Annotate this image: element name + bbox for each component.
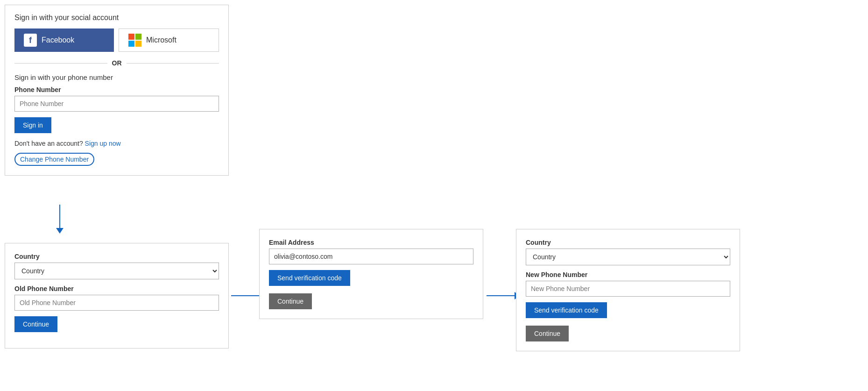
phone-number-input[interactable] <box>14 96 219 112</box>
divider-right <box>127 63 219 64</box>
no-account-text: Don't have an account? <box>14 140 83 147</box>
arrow-right-2 <box>487 292 520 299</box>
email-label: Email Address <box>269 239 473 246</box>
sign-up-link[interactable]: Sign up now <box>85 140 121 147</box>
panel4-country-label: Country <box>526 239 730 246</box>
new-phone-label: New Phone Number <box>526 271 730 278</box>
facebook-icon: f <box>24 34 37 47</box>
divider-left <box>14 63 107 64</box>
or-divider: OR <box>14 59 219 67</box>
arrow-line-h1 <box>231 295 259 296</box>
arrow-line-h2 <box>487 295 515 296</box>
microsoft-icon <box>128 34 141 47</box>
old-phone-label: Old Phone Number <box>14 285 219 292</box>
email-input[interactable] <box>269 249 473 264</box>
facebook-button[interactable]: f Facebook <box>14 28 114 52</box>
sign-in-button[interactable]: Sign in <box>14 117 51 133</box>
or-text: OR <box>112 59 122 67</box>
sign-in-title: Sign in with your social account <box>14 14 219 22</box>
panel2-continue-button[interactable]: Continue <box>14 316 57 332</box>
panel-email: Email Address Send verification code Con… <box>259 229 483 319</box>
microsoft-button[interactable]: Microsoft <box>119 28 219 52</box>
phone-sign-in-title: Sign in with your phone number <box>14 73 219 81</box>
arrow-down <box>56 205 64 234</box>
social-buttons: f Facebook Microsoft <box>14 28 219 52</box>
panel-new-phone: Country Country New Phone Number Send ve… <box>516 229 740 351</box>
country-select[interactable]: Country <box>14 263 219 279</box>
panel3-continue-button[interactable]: Continue <box>269 293 312 309</box>
bottom-links: Don't have an account? Sign up now <box>14 140 219 147</box>
phone-number-label: Phone Number <box>14 86 219 93</box>
old-phone-input[interactable] <box>14 295 219 311</box>
panel4-country-select[interactable]: Country <box>526 249 730 265</box>
arrow-head-down <box>56 228 64 234</box>
change-phone-button[interactable]: Change Phone Number <box>14 153 94 166</box>
panel4-continue-button[interactable]: Continue <box>526 326 569 341</box>
new-phone-input[interactable] <box>526 281 730 297</box>
country-label: Country <box>14 253 219 260</box>
panel-sign-in: Sign in with your social account f Faceb… <box>5 5 229 176</box>
panel-change-phone: Country Country Old Phone Number Continu… <box>5 243 229 348</box>
send-verification-button[interactable]: Send verification code <box>269 270 350 286</box>
panel4-send-verification-button[interactable]: Send verification code <box>526 302 607 318</box>
facebook-label: Facebook <box>42 36 74 44</box>
arrow-line-vertical <box>59 205 60 228</box>
microsoft-label: Microsoft <box>146 36 176 44</box>
